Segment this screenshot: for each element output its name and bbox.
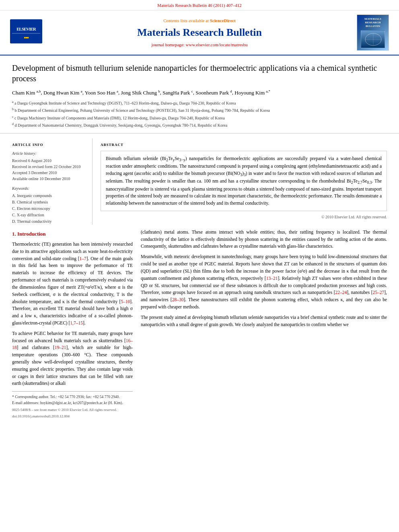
issn-line: 0025-5408/$ – see front matter © 2010 El…	[12, 407, 133, 413]
ref-19-21: 19–21	[55, 345, 66, 350]
right-para-3: The present study aimed at developing bi…	[141, 314, 387, 329]
received-date: Received 6 August 2010	[12, 158, 86, 164]
ref-5-10: 5–10	[121, 299, 130, 304]
author-hoyoung-kim: Hoyoung Kim a,*	[234, 90, 270, 96]
affiliation-b: b b Department of Chemical Engineering, …	[12, 107, 387, 113]
intro-para-2: To achieve PGEC behavior for TE material…	[12, 330, 133, 388]
authors-list: Cham Kim a,b, Dong Hwan Kim a, Yoon Soo …	[12, 88, 387, 97]
intro-para-1: Thermoelectric (TE) generation has been …	[12, 241, 133, 327]
author-dong-hwan-kim: Dong Hwan Kim a	[43, 90, 82, 96]
revised-date: Received in revised form 22 October 2010	[12, 164, 86, 170]
article-info-column: ARTICLE INFO Article history: Received 6…	[12, 138, 93, 225]
sciencedirect-link: Contents lists available at ScienceDirec…	[48, 18, 351, 24]
article-title: Development of bismuth tellurium selenid…	[12, 63, 387, 84]
svg-rect-0	[10, 19, 42, 43]
ref-25-27: 25–27	[373, 290, 385, 295]
keyword-1: A. Inorganic compounds	[12, 193, 86, 199]
history-label: Article history:	[12, 151, 86, 156]
keywords-label: Keywords:	[12, 186, 86, 191]
ref-28-30: 28–30	[172, 297, 184, 302]
right-para-1: (clathrates) metal atoms. These atoms in…	[141, 229, 387, 250]
elsevier-logo: ELSEVIER ■ ■ ■	[10, 19, 42, 46]
right-para-2: Meanwhile, with meteoric development in …	[141, 253, 387, 311]
journal-homepage: journal homepage: www.elsevier.com/locat…	[48, 42, 351, 48]
journal-cover-section: MATERIALS RESEARCH BULLETIN	[355, 14, 391, 51]
info-abstract-section: ARTICLE INFO Article history: Received 6…	[0, 138, 399, 225]
doi-line: doi:10.1016/j.materresbull.2010.12.004	[12, 414, 133, 419]
article-info-label: ARTICLE INFO	[12, 142, 86, 148]
author-cham-kim: Cham Kim a,b	[12, 90, 41, 96]
author-yoon-soo-han: Yoon Soo Han a	[85, 90, 118, 96]
affiliation-a: a a Daegu Gyeongbuk Institute of Science…	[12, 100, 387, 106]
affiliation-d: d d Department of Nanomaterial Chemistry…	[12, 122, 387, 128]
abstract-label: ABSTRACT	[101, 142, 387, 148]
body-section: 1. Introduction Thermoelectric (TE) gene…	[0, 225, 399, 427]
journal-reference-bar: Materials Research Bulletin 46 (2011) 40…	[0, 0, 399, 10]
author-sangha-park: SangHa Park c	[162, 90, 193, 96]
available-date: Available online 10 December 2010	[12, 176, 86, 182]
intro-heading: 1. Introduction	[12, 230, 133, 238]
elsevier-logo-section: ELSEVIER ■ ■ ■	[8, 19, 44, 46]
article-title-section: Development of bismuth tellurium selenid…	[0, 55, 399, 134]
footnote-section: * Corresponding author. Tel.: +82 54 770…	[12, 391, 133, 419]
affiliations-block: a a Daegu Gyeongbuk Institute of Science…	[12, 100, 387, 128]
copyright-text: © 2010 Elsevier Ltd. All rights reserved…	[101, 214, 387, 220]
ref-22-24: 22–24	[335, 290, 347, 295]
ref-13-21: 13–21	[266, 276, 278, 281]
abstract-box: Bismuth tellurium selenide (Bi2TeySe3−y)…	[101, 151, 387, 211]
journal-title-section: Contents lists available at ScienceDirec…	[48, 18, 351, 48]
abstract-text: Bismuth tellurium selenide (Bi2TeySe3−y)…	[106, 155, 382, 207]
svg-text:■ ■ ■: ■ ■ ■	[24, 36, 29, 39]
abstract-column: ABSTRACT Bismuth tellurium selenide (Bi2…	[101, 138, 387, 225]
affiliation-c: c c Daegu Machinery Institute of Compone…	[12, 115, 387, 121]
keywords-block: Keywords: A. Inorganic compounds B. Chem…	[12, 186, 86, 225]
ref-16-18: 16–18	[12, 338, 133, 350]
body-right-column: (clathrates) metal atoms. These atoms in…	[141, 229, 387, 419]
footnote-corresponding: * Corresponding author. Tel.: +82 54 770…	[12, 394, 133, 400]
svg-text:ELSEVIER: ELSEVIER	[16, 27, 37, 31]
author-soonheum-park: Soonheum Park d	[195, 90, 232, 96]
article-history-block: Article history: Received 6 August 2010 …	[12, 151, 86, 182]
ref-1-7: 1–7	[79, 256, 86, 261]
accepted-date: Accepted 3 December 2010	[12, 170, 86, 176]
author-jong-shik-chung: Jong Shik Chung b	[121, 90, 160, 96]
journal-header: ELSEVIER ■ ■ ■ Contents lists available …	[0, 10, 399, 55]
ref-1-7-15: 1,7–15	[70, 320, 83, 325]
journal-reference-text: Materials Research Bulletin 46 (2011) 40…	[157, 3, 241, 8]
journal-cover-image: MATERIALS RESEARCH BULLETIN	[357, 14, 389, 51]
keyword-5: D. Thermal conductivity	[12, 218, 86, 225]
keyword-2: B. Chemical synthesis	[12, 199, 86, 205]
keyword-3: C. Electron microscopy	[12, 205, 86, 212]
keyword-4: C. X-ray diffraction	[12, 212, 86, 218]
journal-title: Materials Research Bulletin	[48, 25, 351, 40]
body-left-column: 1. Introduction Thermoelectric (TE) gene…	[12, 229, 133, 419]
footnote-email: E-mail addresses: hoykim@dgist.ac.kr, kc…	[12, 400, 133, 406]
